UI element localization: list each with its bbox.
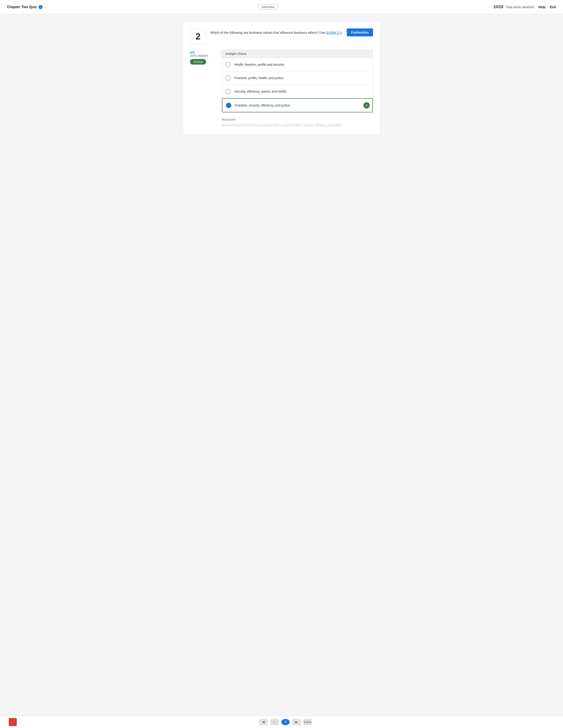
- answers-container: Health, freedom, profits and security. F…: [222, 58, 373, 113]
- submitted-badge: Submitted: [258, 4, 278, 10]
- question-text-content: Which of the following are business valu…: [210, 31, 326, 34]
- answer-text-d: Freedom, security, efficiency, and justi…: [235, 104, 291, 107]
- main-content: 2 Which of the following are business va…: [176, 21, 387, 135]
- explanation-button[interactable]: Explanation: [347, 28, 373, 36]
- header-center: Submitted: [258, 4, 278, 10]
- radio-a: [225, 62, 231, 67]
- footer-prev-button-2[interactable]: ‹‹: [270, 719, 278, 725]
- help-link[interactable]: Help: [538, 5, 546, 9]
- points-fraction: 1/1: [190, 50, 195, 54]
- question-card: 2 Which of the following are business va…: [183, 21, 380, 135]
- score-fraction: 10/10: [493, 5, 503, 9]
- answer-option-d[interactable]: Freedom, security, efficiency, and justi…: [222, 98, 373, 112]
- score-display: 10/10 Total points awarded: [493, 5, 534, 9]
- footer-nav: ◀ ‹‹ 2 ▶ Submit: [259, 719, 312, 725]
- answers-column: Multiple Choice Health, freedom, profits…: [222, 50, 373, 128]
- question-header-left: 2 Which of the following are business va…: [190, 28, 342, 44]
- score-label: Total points awarded: [506, 5, 534, 9]
- scored-badge: Scored: [190, 59, 206, 65]
- radio-d: [226, 103, 231, 108]
- question-body: 1/1 points awarded Scored Multiple Choic…: [190, 50, 373, 128]
- header-left: Chapter Two Quiz i: [7, 5, 43, 9]
- footer-logo-icon: [9, 718, 17, 726]
- rationale-section: Rationale Business values that influence…: [222, 118, 373, 128]
- page-footer: ◀ ‹‹ 2 ▶ Submit: [0, 716, 563, 728]
- answer-text-c: Security, efficiency, justice, and healt…: [234, 90, 287, 93]
- answer-option-c[interactable]: Security, efficiency, justice, and healt…: [222, 85, 373, 98]
- footer-next-text: Submit: [304, 721, 311, 723]
- footer-prev-button[interactable]: ◀: [259, 719, 267, 725]
- info-icon[interactable]: i: [39, 5, 43, 9]
- exit-link[interactable]: Exit: [550, 5, 556, 9]
- question-number: 2: [190, 28, 206, 44]
- radio-b: [225, 75, 231, 81]
- exhibit-link[interactable]: Exhibit 2-1: [326, 31, 342, 34]
- points-column: 1/1 points awarded Scored: [190, 50, 216, 128]
- question-header: 2 Which of the following are business va…: [190, 28, 373, 44]
- question-text: Which of the following are business valu…: [210, 28, 342, 35]
- multiple-choice-label: Multiple Choice: [222, 50, 373, 58]
- page-header: Chapter Two Quiz i Submitted 10/10 Total…: [0, 0, 563, 14]
- header-right: 10/10 Total points awarded Help Exit: [493, 5, 556, 9]
- footer-page-indicator: 2: [281, 719, 290, 725]
- rationale-title: Rationale: [222, 118, 373, 121]
- rationale-text: Business values that influence business …: [222, 123, 373, 128]
- answer-text-a: Health, freedom, profits and security.: [234, 63, 285, 66]
- footer-next-button-2[interactable]: Submit: [303, 719, 312, 725]
- correct-checkmark: ✓: [364, 102, 370, 108]
- answer-option-b[interactable]: Freedom, profits, health, and justice.: [222, 71, 373, 85]
- quiz-title: Chapter Two Quiz: [7, 5, 37, 9]
- footer-next-button[interactable]: ▶: [292, 719, 301, 725]
- points-label: points awarded: [190, 54, 208, 57]
- answer-text-b: Freedom, profits, health, and justice.: [234, 76, 284, 80]
- radio-c: [225, 89, 231, 94]
- footer-left: [9, 718, 17, 726]
- answer-option-a[interactable]: Health, freedom, profits and security.: [222, 58, 373, 71]
